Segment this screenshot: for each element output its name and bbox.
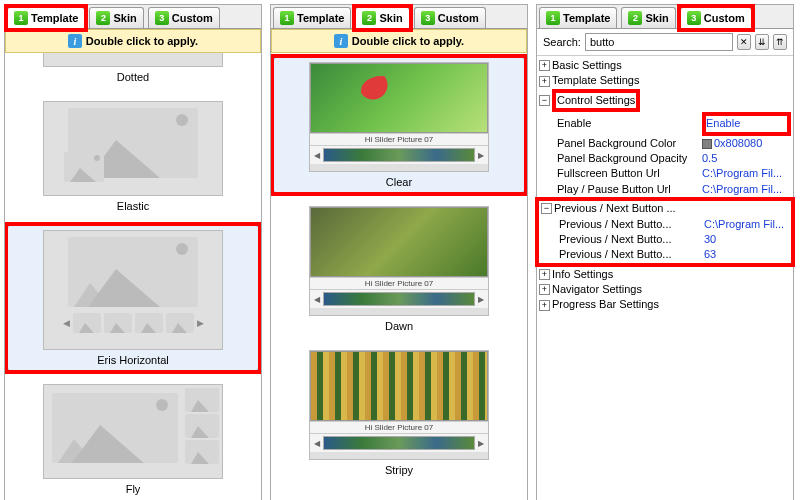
group-template-settings[interactable]: +Template Settings [537, 73, 793, 88]
tab-number-icon: 3 [421, 11, 435, 25]
template-panel: 1Template 2Skin 3Custom iDouble click to… [4, 4, 262, 500]
skin-list[interactable]: Hi Slider Picture 07 ◀▶ Clear Hi Slider … [271, 53, 527, 500]
tab-custom[interactable]: 3Custom [414, 7, 486, 28]
prop-value[interactable]: Enable [702, 112, 791, 135]
tab-number-icon: 1 [280, 11, 294, 25]
group-label: Previous / Next Button ... [554, 201, 676, 216]
skin-caption: Hi Slider Picture 07 [310, 277, 488, 290]
template-item-fly[interactable]: Fly [7, 379, 259, 500]
info-icon: i [68, 34, 82, 48]
template-label: Dotted [12, 71, 254, 83]
collapse-icon[interactable]: − [539, 95, 550, 106]
template-thumb: ◀▶ [43, 230, 223, 350]
expand-icon[interactable]: + [539, 269, 550, 280]
prop-value[interactable]: 0.5 [702, 151, 791, 166]
skin-thumb: Hi Slider Picture 07 ◀▶ [309, 350, 489, 460]
prop-fullscreen-button-url[interactable]: Fullscreen Button UrlC:\Program Fil... [537, 166, 793, 181]
tab-number-icon: 3 [155, 11, 169, 25]
prop-panel-bg-color[interactable]: Panel Background Color0x808080 [537, 136, 793, 151]
expand-icon[interactable]: + [539, 300, 550, 311]
expand-icon[interactable]: + [539, 60, 550, 71]
tab-label: Custom [438, 12, 479, 24]
group-control-settings[interactable]: −Control Settings [537, 89, 793, 112]
hint-bar: iDouble click to apply. [5, 29, 261, 53]
tab-label: Template [563, 12, 610, 24]
tab-label: Custom [172, 12, 213, 24]
settings-tree: +Basic Settings +Template Settings −Cont… [537, 55, 793, 315]
expand-icon[interactable]: + [539, 284, 550, 295]
tab-skin[interactable]: 2Skin [89, 7, 143, 28]
tab-custom[interactable]: 3Custom [680, 7, 752, 28]
prev-arrow-icon: ◀ [312, 151, 322, 160]
skin-thumb: Hi Slider Picture 07 ◀▶ [309, 206, 489, 316]
hint-bar: iDouble click to apply. [271, 29, 527, 53]
tab-skin[interactable]: 2Skin [621, 7, 675, 28]
clear-search-icon[interactable]: ✕ [737, 34, 751, 50]
tab-number-icon: 2 [362, 11, 376, 25]
tab-label: Skin [379, 12, 402, 24]
skin-label: Stripy [278, 464, 520, 476]
group-basic-settings[interactable]: +Basic Settings [537, 58, 793, 73]
collapse-icon[interactable]: − [541, 203, 552, 214]
prop-prevnext-3[interactable]: Previous / Next Butto...63 [539, 247, 791, 262]
template-list[interactable]: Dotted Elastic ◀▶ Eris Horizontal Fly [5, 53, 261, 500]
next-arrow-icon: ▶ [476, 439, 486, 448]
search-label: Search: [543, 36, 581, 48]
prop-value[interactable]: C:\Program Fil... [702, 182, 791, 197]
skin-caption: Hi Slider Picture 07 [310, 133, 488, 146]
group-label: Progress Bar Settings [552, 297, 659, 312]
tab-label: Template [31, 12, 78, 24]
search-row: Search: ✕ ⇊ ⇈ [537, 29, 793, 55]
prop-value[interactable]: 30 [704, 232, 789, 247]
template-item-eris-horizontal[interactable]: ◀▶ Eris Horizontal [7, 225, 259, 371]
prop-value[interactable]: C:\Program Fil... [702, 166, 791, 181]
prev-arrow-icon: ◀ [63, 318, 70, 328]
prop-prevnext-2[interactable]: Previous / Next Butto...30 [539, 232, 791, 247]
group-prev-next-button[interactable]: −Previous / Next Button ... [539, 201, 791, 216]
tab-template[interactable]: 1Template [273, 7, 351, 28]
template-thumb [43, 101, 223, 196]
skin-item-clear[interactable]: Hi Slider Picture 07 ◀▶ Clear [273, 57, 525, 193]
skin-label: Dawn [278, 320, 520, 332]
prop-key: Fullscreen Button Url [557, 166, 702, 181]
tab-template[interactable]: 1Template [7, 7, 85, 28]
prev-arrow-icon: ◀ [312, 295, 322, 304]
color-swatch-icon [702, 139, 712, 149]
tabs-row: 1Template 2Skin 3Custom [5, 5, 261, 29]
group-label: Basic Settings [552, 58, 622, 73]
tab-number-icon: 2 [628, 11, 642, 25]
prop-value[interactable]: 0x808080 [702, 136, 791, 151]
tab-number-icon: 1 [546, 11, 560, 25]
hint-text: Double click to apply. [86, 35, 198, 47]
next-arrow-icon: ▶ [476, 295, 486, 304]
skin-item-dawn[interactable]: Hi Slider Picture 07 ◀▶ Dawn [273, 201, 525, 337]
template-item-dotted[interactable]: Dotted [7, 53, 259, 88]
prop-value[interactable]: 63 [704, 247, 789, 262]
group-navigator-settings[interactable]: +Navigator Settings [537, 282, 793, 297]
group-label: Navigator Settings [552, 282, 642, 297]
tab-skin[interactable]: 2Skin [355, 7, 409, 28]
skin-item-stripy[interactable]: Hi Slider Picture 07 ◀▶ Stripy [273, 345, 525, 481]
prop-prevnext-1[interactable]: Previous / Next Butto...C:\Program Fil..… [539, 217, 791, 232]
sort-down-icon[interactable]: ⇊ [755, 34, 769, 50]
prop-enable[interactable]: EnableEnable [537, 112, 793, 135]
tab-custom[interactable]: 3Custom [148, 7, 220, 28]
sort-up-icon[interactable]: ⇈ [773, 34, 787, 50]
group-info-settings[interactable]: +Info Settings [537, 267, 793, 282]
expand-icon[interactable]: + [539, 76, 550, 87]
prop-key: Panel Background Color [557, 136, 702, 151]
prop-key: Enable [557, 116, 702, 131]
group-progress-bar-settings[interactable]: +Progress Bar Settings [537, 297, 793, 312]
template-item-elastic[interactable]: Elastic [7, 96, 259, 217]
tab-template[interactable]: 1Template [539, 7, 617, 28]
prop-value[interactable]: C:\Program Fil... [704, 217, 789, 232]
template-thumb [43, 384, 223, 479]
prop-key: Previous / Next Butto... [559, 232, 704, 247]
search-input[interactable] [585, 33, 733, 51]
tab-label: Custom [704, 12, 745, 24]
template-thumb [43, 53, 223, 67]
prop-key: Panel Background Opacity [557, 151, 702, 166]
prop-key: Play / Pause Button Url [557, 182, 702, 197]
prop-play-pause-button-url[interactable]: Play / Pause Button UrlC:\Program Fil... [537, 182, 793, 197]
prop-panel-bg-opacity[interactable]: Panel Background Opacity0.5 [537, 151, 793, 166]
